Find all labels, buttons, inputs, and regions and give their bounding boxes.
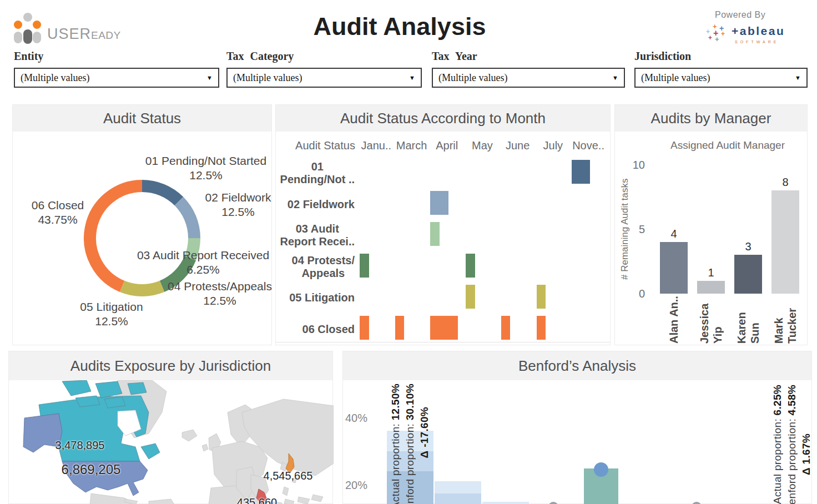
benford-annotation: Actual proportion: 12.50%	[389, 384, 403, 504]
month-bar[interactable]	[360, 316, 369, 340]
exposure-map: 3,478,895 6,869,205 4,545,665 435,660	[9, 380, 332, 503]
y-axis-title: # Remaining Audit tasks	[619, 159, 631, 299]
annotation-value: 6.25%	[771, 385, 783, 415]
annotation-value: Δ -17.60%	[418, 407, 430, 458]
column-header-month: March	[396, 139, 427, 152]
benford-band	[482, 502, 529, 504]
usereday-people-icon	[14, 7, 43, 44]
x-axis-label: Jessica Yip	[698, 296, 724, 344]
benford-dot[interactable]	[594, 462, 608, 477]
logo-body-right	[33, 32, 41, 43]
map-value-label-canada: 3,478,895	[56, 439, 105, 452]
column-header-month: May	[472, 139, 493, 152]
month-bar[interactable]	[537, 316, 546, 340]
dropdown-arrow-icon[interactable]: ▼	[206, 74, 213, 81]
usereday-logo: USER EADY	[14, 7, 121, 44]
month-bar[interactable]	[466, 254, 475, 278]
row-label: 03 Audit Report Recei..	[280, 220, 355, 251]
filter-entity: Entity (Multiple values) ▼	[14, 50, 219, 88]
logo-head-right	[33, 21, 41, 29]
benford-band	[435, 493, 481, 504]
audits-by-manager-chart: Assigned Audit Manager # Remaining Audit…	[615, 132, 807, 345]
y-tick-label: 5	[639, 223, 645, 236]
panel-status-by-month: Audit Status According to Month Audit St…	[275, 104, 611, 345]
tableau-plus-icon: +	[715, 36, 719, 43]
month-bar[interactable]	[501, 316, 511, 340]
x-axis-label: Mark Tucker	[772, 296, 799, 344]
manager-bar[interactable]	[771, 190, 799, 294]
tax-year-dropdown[interactable]: (Multiple values) ▼	[432, 68, 625, 88]
donut-label: 02 Fieldwork12.5%	[205, 190, 271, 220]
bar-value-label: 4	[670, 228, 677, 240]
row-label: 06 Closed	[302, 314, 355, 345]
benford-annotation: Benford proportion: 30.10%	[403, 384, 417, 504]
tax-category-dropdown-value: (Multiple values)	[233, 72, 302, 84]
benford-band	[435, 481, 481, 493]
benford-dot-gray[interactable]	[548, 502, 558, 504]
benford-annotation: Δ 1.67%	[799, 434, 814, 475]
month-bar[interactable]	[360, 254, 369, 278]
tableau-logo: +ableau +++++++	[706, 23, 806, 39]
tableau-software-label: SOFTWARE	[735, 40, 806, 44]
month-bar[interactable]	[537, 285, 546, 309]
x-axis-label: Karen Sun	[735, 296, 761, 344]
donut-label: 06 Closed43.75%	[32, 198, 84, 228]
row-label: 02 Fieldwork	[288, 189, 355, 220]
filter-entity-label: Entity	[14, 50, 219, 63]
benford-dot-gray[interactable]	[692, 502, 702, 504]
column-header-month: Nove..	[572, 139, 604, 152]
row-label: 04 Protests/ Appeals	[292, 251, 355, 283]
donut-slice[interactable]	[122, 286, 162, 290]
bar-value-label: 1	[708, 266, 714, 279]
dropdown-arrow-icon[interactable]: ▼	[612, 74, 618, 81]
donut-slice[interactable]	[90, 186, 142, 286]
panel-title-status-by-month: Audit Status According to Month	[276, 105, 610, 132]
logo-head-center	[23, 13, 32, 22]
bar-value-label: 8	[782, 176, 788, 189]
month-bar[interactable]	[430, 191, 448, 215]
column-header-audit-status: Audit Status	[295, 139, 355, 152]
annotation-value: 30.10%	[404, 384, 416, 420]
map-value-label-united-states: 6,869,205	[62, 462, 121, 477]
panel-title-benford: Benford’s Analysis	[343, 351, 811, 380]
logo-body-left	[14, 32, 22, 43]
tax-year-dropdown-value: (Multiple values)	[438, 72, 507, 84]
logo-head-left	[14, 21, 22, 29]
x-axis-label: Alan An..	[667, 296, 680, 344]
entity-dropdown[interactable]: (Multiple values) ▼	[14, 68, 219, 88]
filter-jurisdiction: Jurisdiction (Multiple values) ▼	[634, 50, 808, 88]
column-header-month: April	[436, 139, 458, 152]
annotation-value: 4.58%	[786, 385, 798, 415]
month-bar[interactable]	[572, 160, 590, 184]
benford-chart: 40%20%Actual proportion: 12.50%Benford p…	[343, 380, 811, 503]
donut-label: 04 Protests/Appeals12.5%	[168, 279, 272, 309]
dropdown-arrow-icon[interactable]: ▼	[409, 74, 415, 81]
manager-bar[interactable]	[734, 255, 762, 294]
filter-tax-year: Tax Year (Multiple values) ▼	[432, 50, 625, 88]
dropdown-arrow-icon[interactable]: ▼	[795, 74, 801, 81]
column-header-month: July	[543, 139, 563, 152]
tableau-wordmark: +ableau	[732, 24, 785, 38]
manager-bar[interactable]	[660, 242, 688, 294]
audit-analysis-dashboard: USER EADY Audit Analysis Powered By +abl…	[0, 0, 817, 504]
manager-bar[interactable]	[697, 281, 725, 294]
filter-tax-category-label: Tax Category	[226, 50, 422, 63]
map-value-label-southeast-asia: 435,660	[237, 496, 277, 504]
brand-wordmark: USER EADY	[47, 26, 121, 43]
donut-slice[interactable]	[142, 186, 179, 201]
panel-exposure-map: Audits Exposure by Jurisdiction	[8, 351, 333, 504]
column-header-assigned-audit-manager: Assigned Audit Manager	[648, 139, 807, 152]
filter-tax-year-label: Tax Year	[432, 50, 625, 63]
month-bar[interactable]	[466, 285, 475, 309]
y-tick-label: 40%	[345, 412, 367, 425]
annotation-label: Actual proportion:	[771, 415, 783, 504]
jurisdiction-dropdown[interactable]: (Multiple values) ▼	[634, 68, 808, 88]
month-bar[interactable]	[430, 316, 458, 340]
tax-category-dropdown[interactable]: (Multiple values) ▼	[226, 68, 422, 88]
donut-slice[interactable]	[179, 201, 194, 238]
month-bar[interactable]	[395, 316, 405, 340]
benford-annotation: Benford proportion: 4.58%	[785, 385, 799, 504]
panel-audits-by-manager: Audits by Manager Assigned Audit Manager…	[614, 104, 808, 345]
month-bar[interactable]	[430, 222, 440, 246]
column-header-month: Janu..	[361, 139, 391, 152]
